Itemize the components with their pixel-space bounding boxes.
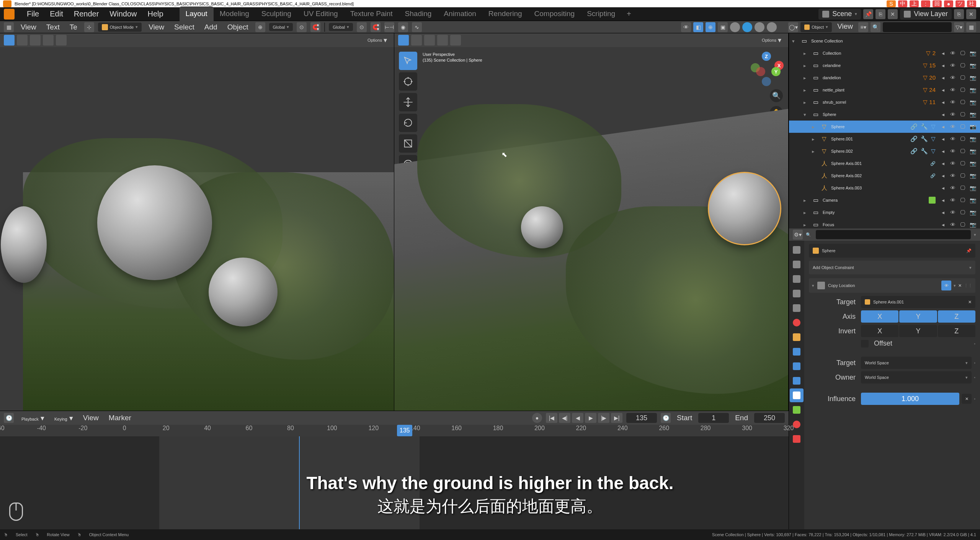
keyframe-prev-icon[interactable]: ◀| — [559, 413, 570, 423]
render-toggle-icon[interactable]: 📷 — [969, 122, 977, 131]
hide-toggle-icon[interactable]: 👁 — [949, 86, 957, 94]
search-icon[interactable]: 🔍 — [871, 22, 880, 32]
viewport-toggle-icon[interactable]: 🖵 — [959, 196, 967, 204]
keyframe-next-icon[interactable]: |▶ — [598, 413, 609, 423]
viewport-toggle-icon[interactable]: 🖵 — [959, 98, 967, 106]
pivot-icon-2[interactable]: ⊙ — [357, 22, 367, 32]
modifier-icon[interactable]: 🔗 — [910, 135, 918, 142]
influence-clear-icon[interactable]: ✕ — [962, 394, 972, 404]
proptab-tool-icon[interactable] — [790, 243, 804, 257]
playhead-line[interactable] — [299, 436, 300, 529]
hdr-add[interactable]: Add — [201, 23, 220, 31]
proptab-world-icon[interactable] — [790, 316, 804, 330]
hide-toggle-icon[interactable]: 👁 — [949, 208, 957, 217]
props-opts-icon[interactable]: ⚙▾ — [793, 230, 803, 240]
outliner-row-celandine[interactable]: ▸▭celandine▽ 15◂👁🖵📷 — [789, 59, 980, 72]
invert-z-btn[interactable]: Z — [938, 325, 975, 337]
tab-shading[interactable]: Shading — [399, 7, 438, 21]
tray-icon-1[interactable]: S — [887, 0, 896, 7]
render-toggle-icon[interactable]: 📷 — [969, 184, 977, 192]
hdr-view-r[interactable]: View — [834, 22, 856, 32]
target-field[interactable]: Sphere Axis.001 ✕ — [861, 296, 975, 308]
tool-scale-icon[interactable] — [399, 134, 417, 153]
props-search-input[interactable] — [816, 230, 971, 239]
timeline-ruler[interactable]: -60-40-200204060801001201401601802002202… — [0, 425, 789, 436]
sphere-selected[interactable] — [708, 172, 781, 245]
hide-toggle-icon[interactable]: 👁 — [949, 184, 957, 192]
tray-icon-2[interactable]: 中 — [898, 0, 907, 7]
viewport-toggle-icon[interactable]: 🖵 — [959, 73, 967, 82]
start-frame-field[interactable]: 1 — [698, 413, 729, 423]
constraint-delete-icon[interactable]: ✕ — [958, 283, 962, 288]
hdr-view[interactable]: View — [18, 23, 39, 31]
modifier-icon[interactable]: ▽ — [931, 148, 936, 155]
exclude-toggle-icon[interactable]: ◂ — [939, 184, 947, 192]
tool-icon-r4[interactable] — [437, 35, 448, 46]
shading-render-icon[interactable] — [767, 22, 777, 32]
tab-scripting[interactable]: Scripting — [581, 7, 621, 21]
snap-icon[interactable]: 🧲 — [310, 22, 320, 32]
outliner-list[interactable]: ▾ ▭ Scene Collection ▸▭Collection▽ 2◂👁🖵📷… — [789, 33, 980, 228]
proptab-output-icon[interactable] — [790, 272, 804, 286]
outliner-row-focus[interactable]: ▸▭Focus◂👁🖵📷 — [789, 219, 980, 228]
tray-icon-5[interactable]: 回 — [933, 0, 942, 7]
exclude-toggle-icon[interactable]: ◂ — [939, 49, 947, 57]
scene-delete-icon[interactable]: ✕ — [888, 9, 898, 19]
new-col-icon[interactable]: ▦ — [966, 22, 976, 32]
current-frame-field[interactable]: 135 — [626, 413, 657, 423]
outliner-row-sphere-002[interactable]: ▸▽Sphere.002🔗🔧▽◂👁🖵📷 — [789, 145, 980, 157]
clock-icon[interactable]: 🕐 — [661, 413, 671, 423]
hide-toggle-icon[interactable]: 👁 — [949, 61, 957, 70]
invert-y-btn[interactable]: Y — [899, 325, 937, 337]
viewport-toggle-icon[interactable]: 🖵 — [959, 171, 967, 180]
viewport-toggle-icon[interactable]: 🖵 — [959, 86, 967, 94]
visibility-icon[interactable]: 👁 — [681, 22, 691, 32]
tab-texture[interactable]: Texture Paint — [344, 7, 399, 21]
cursor-mode-icon[interactable]: ⊹ — [84, 22, 94, 32]
xray-icon[interactable]: ▣ — [718, 22, 728, 32]
outliner-row-sphere-axis-001[interactable]: 人Sphere Axis.001🔗◂👁🖵📷 — [789, 157, 980, 170]
exclude-toggle-icon[interactable]: ◂ — [939, 171, 947, 180]
outliner-row-empty[interactable]: ▸▭Empty◂👁🖵📷 — [789, 206, 980, 219]
proptab-render-icon[interactable] — [790, 258, 804, 271]
target-space-field[interactable]: World Space ▾ — [861, 357, 972, 369]
tool-select-icon[interactable] — [399, 52, 417, 70]
shading-opts-icon[interactable]: ◯▾ — [788, 22, 798, 32]
proptab-physics-icon[interactable] — [790, 374, 804, 388]
outliner-row-sphere-001[interactable]: ▸▽Sphere.001🔗🔧▽◂👁🖵📷 — [789, 133, 980, 145]
snap-type-icon[interactable]: ⊢⊣ — [384, 22, 394, 32]
constraint-menu-icon[interactable]: ▾ — [954, 283, 956, 288]
pin-icon[interactable]: 📌 — [966, 248, 972, 253]
viewport-toggle-icon[interactable]: 🖵 — [959, 220, 967, 228]
hide-toggle-icon[interactable]: 👁 — [949, 73, 957, 82]
add-workspace-button[interactable]: + — [621, 7, 637, 21]
exclude-toggle-icon[interactable]: ◂ — [939, 122, 947, 131]
jump-end-icon[interactable]: ▶| — [611, 413, 622, 423]
exclude-toggle-icon[interactable]: ◂ — [939, 61, 947, 70]
exclude-toggle-icon[interactable]: ◂ — [939, 208, 947, 217]
menu-edit[interactable]: Edit — [44, 10, 68, 18]
render-toggle-icon[interactable]: 📷 — [969, 86, 977, 94]
proptab-constraint-icon[interactable] — [790, 388, 804, 402]
modifier-icon[interactable]: 🔧 — [921, 123, 928, 130]
proptab-particle-icon[interactable] — [790, 359, 804, 373]
viewport-toggle-icon[interactable]: 🖵 — [959, 147, 967, 155]
modifier-icon[interactable]: 🔗 — [910, 148, 918, 155]
exclude-toggle-icon[interactable]: ◂ — [939, 196, 947, 204]
influence-slider[interactable]: 1.000 — [861, 393, 959, 405]
offset-checkbox[interactable] — [861, 340, 869, 347]
render-toggle-icon[interactable]: 📷 — [969, 61, 977, 70]
render-toggle-icon[interactable]: 📷 — [969, 220, 977, 228]
jump-start-icon[interactable]: |◀ — [546, 413, 557, 423]
tool-icon-4[interactable] — [43, 35, 54, 46]
tab-uv[interactable]: UV Editing — [297, 7, 344, 21]
owner-space-field[interactable]: World Space ▾ — [861, 371, 972, 383]
select-box-icon-r[interactable] — [398, 35, 409, 46]
tool-icon-r5[interactable] — [450, 35, 461, 46]
tab-layout[interactable]: Layout — [180, 7, 214, 21]
viewport-left[interactable]: Options ▾ — [0, 33, 394, 411]
outliner-row-dandelion[interactable]: ▸▭dandelion▽ 20◂👁🖵📷 — [789, 72, 980, 84]
render-toggle-icon[interactable]: 📷 — [969, 135, 977, 143]
select-box-icon[interactable] — [4, 35, 15, 46]
viewport-toggle-icon[interactable]: 🖵 — [959, 110, 967, 119]
